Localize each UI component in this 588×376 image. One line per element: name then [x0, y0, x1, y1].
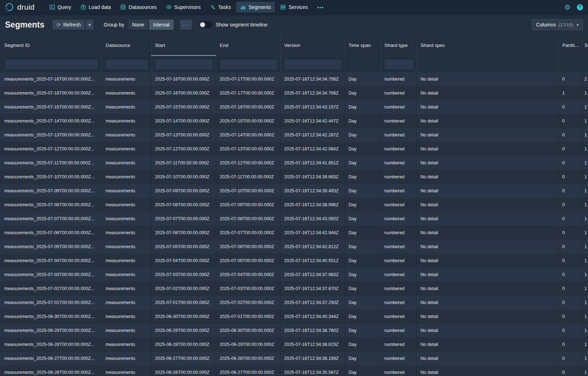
cell-partition[interactable]: 0 [559, 324, 582, 338]
cell-shard_type[interactable]: numbered [381, 86, 417, 100]
cell-time_span[interactable]: Day [345, 240, 381, 254]
cell-time_span[interactable]: Day [345, 128, 381, 142]
cell-shard_spec[interactable]: No detail [417, 128, 559, 142]
cell-version[interactable]: 2025-07-16T12:34:36.169Z [281, 352, 345, 366]
cell-end[interactable]: 2025-06-30T00:00:00.000Z [216, 324, 281, 338]
cell-size[interactable]: 2 [582, 72, 588, 86]
cell-shard_type[interactable]: numbered [381, 338, 417, 352]
cell-datasource[interactable]: measurements [102, 296, 151, 310]
cell-datasource[interactable]: measurements [102, 324, 151, 338]
cell-version[interactable]: 2025-07-16T12:34:36.823Z [281, 338, 345, 352]
cell-start[interactable]: 2025-07-15T00:00:00.000Z [151, 100, 216, 114]
cell-shard_spec[interactable]: No detail [417, 170, 559, 184]
column-header-segment_id[interactable]: Segment ID [0, 35, 102, 56]
cell-start[interactable]: 2025-07-09T00:00:00.000Z [151, 184, 216, 198]
cell-shard_type[interactable]: numbered [381, 170, 417, 184]
cell-start[interactable]: 2025-07-07T00:00:00.000Z [151, 212, 216, 226]
cell-start[interactable]: 2025-06-28T00:00:00.000Z [151, 338, 216, 352]
group-by-none-button[interactable]: None [128, 19, 148, 30]
cell-partition[interactable]: 0 [559, 212, 582, 226]
cell-end[interactable]: 2025-07-11T00:00:00.000Z [216, 170, 281, 184]
cell-end[interactable]: 2025-07-01T00:00:00.000Z [216, 310, 281, 324]
cell-time_span[interactable]: Day [345, 170, 381, 184]
cell-shard_spec[interactable]: No detail [417, 114, 559, 128]
cell-shard_type[interactable]: numbered [381, 240, 417, 254]
cell-partition[interactable]: 0 [559, 198, 582, 212]
cell-segment_id[interactable]: measurements_2025-07-07T00:00:00.000Z... [0, 212, 102, 226]
cell-time_span[interactable]: Day [345, 100, 381, 114]
cell-shard_type[interactable]: numbered [381, 72, 417, 86]
cell-segment_id[interactable]: measurements_2025-07-16T00:00:00.000Z... [0, 86, 102, 100]
cell-start[interactable]: 2025-07-02T00:00:00.000Z [151, 282, 216, 296]
cell-datasource[interactable]: measurements [102, 184, 151, 198]
cell-segment_id[interactable]: measurements_2025-07-15T00:00:00.000Z... [0, 100, 102, 114]
cell-size[interactable]: 1 [582, 324, 588, 338]
cell-end[interactable]: 2025-07-02T00:00:00.000Z [216, 296, 281, 310]
refresh-button[interactable]: ⟳ Refresh [52, 19, 85, 30]
cell-datasource[interactable]: measurements [102, 212, 151, 226]
cell-version[interactable]: 2025-07-16T12:34:34.756Z [281, 72, 345, 86]
cell-size[interactable]: 1 [582, 352, 588, 366]
cell-start[interactable]: 2025-07-05T00:00:00.000Z [151, 240, 216, 254]
cell-shard_spec[interactable]: No detail [417, 352, 559, 366]
cell-segment_id[interactable]: measurements_2025-07-01T00:00:00.000Z... [0, 296, 102, 310]
cell-segment_id[interactable]: measurements_2025-07-13T00:00:00.000Z... [0, 128, 102, 142]
cell-datasource[interactable]: measurements [102, 268, 151, 282]
cell-partition[interactable]: 0 [559, 366, 582, 376]
cell-shard_spec[interactable]: No detail [417, 226, 559, 240]
cell-shard_spec[interactable]: No detail [417, 184, 559, 198]
cell-start[interactable]: 2025-06-29T00:00:00.000Z [151, 324, 216, 338]
column-header-version[interactable]: Version [281, 35, 345, 56]
nav-item-query[interactable]: Query [45, 2, 75, 13]
cell-datasource[interactable]: measurements [102, 72, 151, 86]
cell-shard_spec[interactable]: No detail [417, 268, 559, 282]
cell-segment_id[interactable]: measurements_2025-07-06T00:00:00.000Z... [0, 226, 102, 240]
cell-version[interactable]: 2025-07-16T12:34:40.344Z [281, 310, 345, 324]
cell-end[interactable]: 2025-07-09T00:00:00.000Z [216, 198, 281, 212]
cell-end[interactable]: 2025-07-03T00:00:00.000Z [216, 282, 281, 296]
cell-shard_spec[interactable]: No detail [417, 198, 559, 212]
cell-size[interactable]: 1 [582, 184, 588, 198]
cell-start[interactable]: 2025-07-10T00:00:00.000Z [151, 170, 216, 184]
nav-item-load-data[interactable]: Load data [77, 2, 115, 13]
filter-input-shard_type[interactable] [384, 59, 414, 69]
cell-end[interactable]: 2025-07-13T00:00:00.000Z [216, 142, 281, 156]
cell-end[interactable]: 2025-07-15T00:00:00.000Z [216, 114, 281, 128]
cell-datasource[interactable]: measurements [102, 128, 151, 142]
cell-time_span[interactable]: Day [345, 226, 381, 240]
filter-input-segment_id[interactable] [4, 59, 99, 69]
column-header-shard_type[interactable]: Shard type [381, 35, 417, 56]
cell-shard_type[interactable]: numbered [381, 198, 417, 212]
columns-button[interactable]: Columns (17/19) ▾ [532, 19, 583, 30]
cell-size[interactable]: 1 [582, 338, 588, 352]
cell-start[interactable]: 2025-07-12T00:00:00.000Z [151, 142, 216, 156]
cell-shard_type[interactable]: numbered [381, 324, 417, 338]
cell-time_span[interactable]: Day [345, 366, 381, 376]
cell-start[interactable]: 2025-07-11T00:00:00.000Z [151, 156, 216, 170]
cell-segment_id[interactable]: measurements_2025-07-12T00:00:00.000Z... [0, 142, 102, 156]
column-header-size[interactable]: Size [582, 35, 588, 56]
filter-input-datasource[interactable] [106, 59, 148, 69]
cell-size[interactable]: 1 [582, 198, 588, 212]
cell-datasource[interactable]: measurements [102, 352, 151, 366]
cell-end[interactable]: 2025-07-07T00:00:00.000Z [216, 226, 281, 240]
cell-segment_id[interactable]: measurements_2025-07-05T00:00:00.000Z... [0, 240, 102, 254]
cell-datasource[interactable]: measurements [102, 254, 151, 268]
cell-shard_type[interactable]: numbered [381, 142, 417, 156]
cell-time_span[interactable]: Day [345, 310, 381, 324]
cell-size[interactable]: 1 [582, 114, 588, 128]
cell-partition[interactable]: 0 [559, 128, 582, 142]
cell-shard_type[interactable]: numbered [381, 352, 417, 366]
cell-segment_id[interactable]: measurements_2025-07-16T00:00:00.000Z... [0, 72, 102, 86]
filter-input-end[interactable] [220, 59, 277, 69]
cell-size[interactable]: 1 [582, 226, 588, 240]
cell-end[interactable]: 2025-07-16T00:00:00.000Z [216, 100, 281, 114]
cell-end[interactable]: 2025-07-06T00:00:00.000Z [216, 240, 281, 254]
nav-item-services[interactable]: Services [276, 2, 312, 13]
cell-start[interactable]: 2025-07-16T00:00:00.000Z [151, 86, 216, 100]
cell-version[interactable]: 2025-07-16T12:34:41.851Z [281, 156, 345, 170]
segment-timeline-toggle[interactable] [199, 21, 212, 28]
cell-end[interactable]: 2025-07-12T00:00:00.000Z [216, 156, 281, 170]
cell-datasource[interactable]: measurements [102, 226, 151, 240]
cell-shard_type[interactable]: numbered [381, 128, 417, 142]
